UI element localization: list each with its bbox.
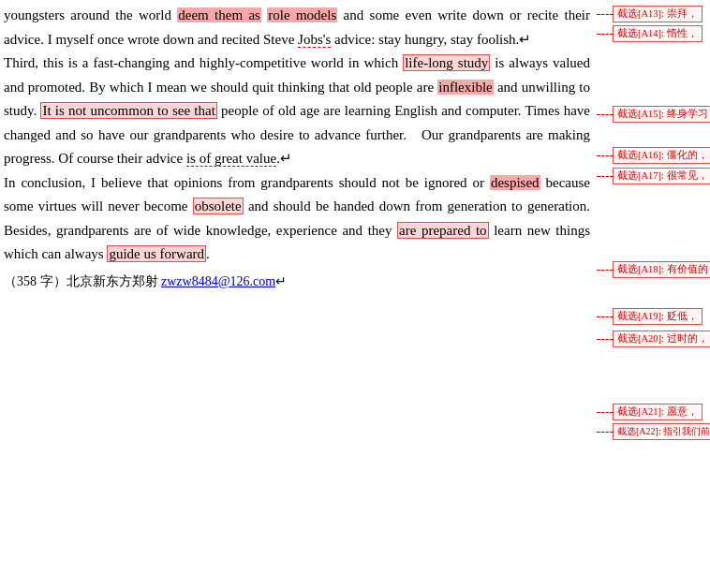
annotation-a21[interactable]: 截选[A21]: 愿意， [613, 404, 703, 420]
annotation-a13[interactable]: 截选[A13]: 崇拜， [613, 6, 703, 22]
spacer-1 [598, 42, 710, 106]
spacer-7 [598, 347, 710, 404]
email-link[interactable]: zwzw8484@126.com [161, 274, 275, 288]
highlight-inflexible: inflexible [437, 80, 493, 95]
annotation-a14-row: 截选[A14]: 惰性， [598, 25, 710, 42]
highlight-great-value: is of great value [186, 151, 276, 167]
highlight-deem-them-as: deem them as [177, 7, 261, 22]
annotation-a15-row: 截选[A15]: 终身学习， [598, 106, 710, 123]
highlight-prepared-to: are prepared to [397, 222, 489, 239]
annotation-a16[interactable]: 截选[A16]: 僵化的， [613, 147, 710, 164]
annotation-a22-row: 截选[A22]: 指引我们前进， [598, 423, 710, 440]
annotation-a19[interactable]: 截选[A19]: 贬低， [613, 308, 703, 325]
footer-text: （358 字）北京新东方郑射 zwzw8484@126.com↵ [4, 271, 590, 293]
paragraph-1: youngsters around the world deem them as… [4, 4, 590, 51]
annotation-a17-row: 截选[A17]: 很常见， [598, 168, 710, 184]
highlight-not-uncommon: It is not uncommon to see that [40, 102, 216, 119]
annotation-a20-row: 截选[A20]: 过时的， [598, 331, 710, 347]
annotation-a14[interactable]: 截选[A14]: 惰性， [613, 25, 703, 42]
annotation-a15[interactable]: 截选[A15]: 终身学习， [613, 106, 710, 123]
annotation-group-bottom: 截选[A21]: 愿意， 截选[A22]: 指引我们前进， [598, 404, 710, 440]
annotation-a16-row: 截选[A16]: 僵化的， [598, 147, 710, 164]
annotation-a22[interactable]: 截选[A22]: 指引我们前进， [613, 423, 710, 440]
annotation-a18-row: 截选[A18]: 有价值的， [598, 261, 710, 278]
main-text-area: youngsters around the world deem them as… [0, 0, 598, 588]
paragraph-3: In conclusion, I believe that opinions f… [4, 171, 590, 267]
annotation-a19-row: 截选[A19]: 贬低， [598, 308, 710, 325]
annotation-a18[interactable]: 截选[A18]: 有价值的， [613, 261, 710, 278]
annotation-a17[interactable]: 截选[A17]: 很常见， [613, 168, 710, 184]
highlight-despised: despised [490, 175, 540, 190]
sidebar: 截选[A13]: 崇拜， 截选[A14]: 惰性， 截选[A15]: 终身学习，… [598, 0, 710, 588]
spacer-4 [598, 184, 710, 261]
highlight-obsolete: obsolete [193, 198, 244, 214]
highlight-jobs: Jobs's [298, 32, 331, 48]
annotation-a21-row: 截选[A21]: 愿意， [598, 404, 710, 420]
annotation-group-top: 截选[A13]: 崇拜， 截选[A14]: 惰性， [598, 6, 710, 42]
spacer-5 [598, 278, 710, 308]
paragraph-2: Third, this is a fast-changing and highl… [4, 51, 590, 171]
highlight-lifelong-study: life-long study [403, 54, 490, 71]
annotation-a13-row: 截选[A13]: 崇拜， [598, 6, 710, 22]
highlight-guide-us-forward: guide us forward [107, 245, 206, 262]
annotation-a20[interactable]: 截选[A20]: 过时的， [613, 331, 710, 347]
spacer-2 [598, 123, 710, 147]
highlight-role-models: role models [267, 7, 337, 22]
